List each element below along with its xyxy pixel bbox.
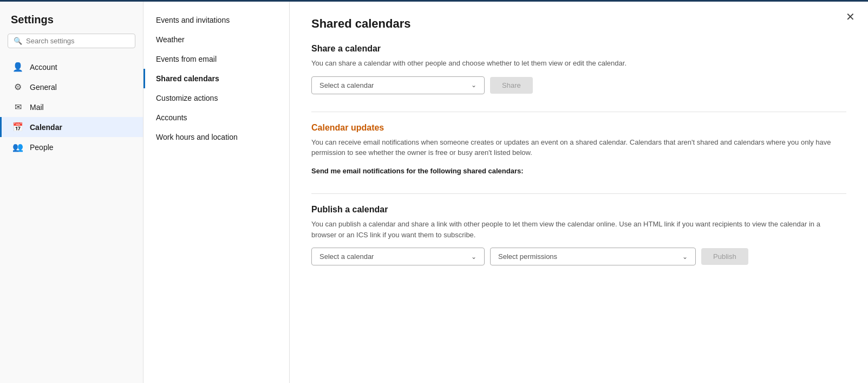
sidebar-item-mail[interactable]: ✉ Mail [0,97,143,117]
sidebar-title: Settings [0,10,143,34]
publish-controls-row: Select a calendar ⌄ Select permissions ⌄… [311,248,846,265]
mail-icon: ✉ [12,102,23,112]
sidebar-item-calendar[interactable]: 📅 Calendar [0,117,143,137]
publish-calendar-dropdown[interactable]: Select a calendar ⌄ [311,248,485,265]
calendar-updates-section: Calendar updates You can receive email n… [311,123,846,177]
sidebar-item-people[interactable]: 👥 People [0,137,143,157]
main-content: ✕ Shared calendars Share a calendar You … [290,2,868,383]
general-icon: ⚙ [12,82,23,92]
publish-permissions-dropdown-label: Select permissions [498,252,557,261]
middle-item-events-from-email[interactable]: Events from email [143,49,289,69]
calendar-updates-title: Calendar updates [311,123,846,133]
publish-calendar-chevron-icon: ⌄ [471,253,477,261]
middle-item-work-hours-location[interactable]: Work hours and location [143,127,289,147]
middle-panel: Events and invitations Weather Events fr… [143,2,290,383]
sidebar-item-label-general: General [30,83,57,92]
share-controls-row: Select a calendar ⌄ Share [311,76,846,94]
share-calendar-chevron-icon: ⌄ [471,81,477,89]
publish-permissions-dropdown[interactable]: Select permissions ⌄ [490,248,696,265]
share-calendar-dropdown[interactable]: Select a calendar ⌄ [311,76,485,94]
share-button[interactable]: Share [490,77,533,94]
sidebar-item-account[interactable]: 👤 Account [0,57,143,77]
account-icon: 👤 [12,62,23,72]
share-calendar-title: Share a calendar [311,44,846,54]
middle-item-weather[interactable]: Weather [143,30,289,49]
sidebar-item-label-people: People [30,143,54,152]
people-icon: 👥 [12,142,23,152]
calendar-icon: 📅 [12,122,23,132]
middle-item-events-invitations[interactable]: Events and invitations [143,10,289,30]
search-box[interactable]: 🔍 [8,34,135,48]
publish-calendar-desc: You can publish a calendar and share a l… [311,219,831,240]
page-title: Shared calendars [311,17,846,31]
search-icon: 🔍 [14,37,22,45]
publish-permissions-chevron-icon: ⌄ [682,253,688,261]
search-input[interactable] [26,37,129,45]
publish-calendar-dropdown-label: Select a calendar [319,252,374,261]
sidebar-item-label-calendar: Calendar [30,123,62,132]
publish-button[interactable]: Publish [701,248,748,265]
sidebar-item-general[interactable]: ⚙ General [0,77,143,97]
share-calendar-dropdown-label: Select a calendar [319,81,374,89]
share-calendar-desc: You can share a calendar with other peop… [311,58,831,69]
middle-item-shared-calendars[interactable]: Shared calendars [143,69,289,88]
share-calendar-section: Share a calendar You can share a calenda… [311,44,846,94]
sidebar-item-label-mail: Mail [30,103,44,112]
publish-calendar-title: Publish a calendar [311,205,846,215]
calendar-updates-desc1: You can receive email notifications when… [311,137,831,158]
publish-calendar-section: Publish a calendar You can publish a cal… [311,205,846,265]
middle-item-accounts[interactable]: Accounts [143,108,289,127]
left-sidebar: Settings 🔍 👤 Account ⚙ General ✉ Mail 📅 … [0,2,143,383]
divider-1 [311,112,846,112]
calendar-updates-desc2: Send me email notifications for the foll… [311,166,831,177]
sidebar-item-label-account: Account [30,63,57,72]
divider-2 [311,193,846,194]
middle-item-customize-actions[interactable]: Customize actions [143,88,289,108]
close-button[interactable]: ✕ [846,11,855,22]
